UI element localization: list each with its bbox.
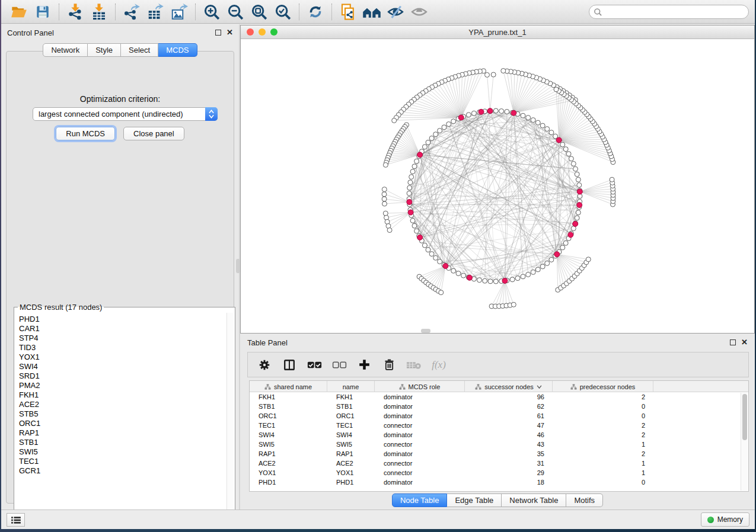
- cell-shared-name: SWI5: [250, 440, 327, 449]
- mcds-result-title: MCDS result (17 nodes): [18, 303, 104, 312]
- mcds-result-item[interactable]: YOX1: [19, 352, 223, 362]
- zoom-out-button[interactable]: [224, 2, 247, 22]
- export-image-icon: [170, 3, 188, 21]
- import-table-button[interactable]: [87, 2, 111, 22]
- create-new-column-button[interactable]: [355, 355, 374, 374]
- column-header-name[interactable]: name: [327, 381, 375, 392]
- float-panel-icon[interactable]: [730, 339, 736, 345]
- hide-graphics-details-button[interactable]: [384, 2, 407, 22]
- show-columns-button[interactable]: [280, 355, 299, 374]
- mcds-result-item[interactable]: CAR1: [19, 324, 223, 334]
- tab-mcds[interactable]: MCDS: [158, 43, 197, 57]
- run-mcds-button[interactable]: Run MCDS: [56, 127, 115, 140]
- table-row[interactable]: ORC1ORC1dominator610: [250, 411, 748, 421]
- mcds-result-item[interactable]: SWI5: [19, 447, 223, 457]
- mcds-result-item[interactable]: SRD1: [19, 371, 223, 381]
- table-settings-button[interactable]: [255, 355, 274, 374]
- delete-table-button[interactable]: [404, 355, 423, 374]
- mcds-result-item[interactable]: STB1: [19, 438, 223, 447]
- table-scrollbar-thumb[interactable]: [742, 394, 747, 440]
- mcds-result-item[interactable]: STB5: [19, 409, 223, 419]
- zoom-in-button[interactable]: [200, 2, 224, 22]
- new-network-from-selection-icon: [339, 3, 357, 21]
- table-row[interactable]: SWI4SWI4dominator462: [250, 430, 748, 440]
- function-fx-icon: f(x): [432, 359, 446, 371]
- first-neighbors-button[interactable]: [360, 2, 384, 22]
- mcds-result-item[interactable]: ORC1: [19, 419, 223, 428]
- deselect-all-rows-button[interactable]: [330, 355, 349, 374]
- mcds-result-item[interactable]: PHD1: [19, 315, 223, 324]
- float-panel-icon[interactable]: [215, 30, 221, 36]
- cell-predecessor-nodes: 1: [553, 459, 653, 468]
- import-network-button[interactable]: [63, 2, 87, 22]
- cell-successor-nodes: 61: [465, 411, 553, 421]
- delete-table-icon: [406, 360, 422, 370]
- column-header-MCDS-role[interactable]: MCDS role: [375, 381, 465, 392]
- mcds-result-item[interactable]: TID3: [19, 343, 223, 352]
- new-network-from-selection-button[interactable]: [336, 2, 360, 22]
- memory-label: Memory: [717, 515, 743, 524]
- apply-layout-button[interactable]: [304, 2, 327, 22]
- export-image-button[interactable]: [167, 2, 191, 22]
- column-header-shared-name[interactable]: shared name: [250, 381, 327, 392]
- table-panel-title: Table Panel: [247, 338, 288, 347]
- column-header-predecessor-nodes[interactable]: predecessor nodes: [553, 381, 653, 392]
- open-file-button[interactable]: [7, 2, 31, 22]
- column-network-icon: [399, 384, 406, 390]
- mcds-result-item[interactable]: PMA2: [19, 381, 223, 390]
- table-row[interactable]: FKH1FKH1dominator962: [250, 392, 748, 402]
- mcds-result-item[interactable]: GCR1: [19, 466, 223, 476]
- mcds-result-item[interactable]: STP4: [19, 334, 223, 343]
- tab-motifs[interactable]: Motifs: [566, 493, 603, 507]
- table-row[interactable]: ACE2ACE2connector311: [250, 459, 748, 468]
- delete-column-button[interactable]: [379, 355, 398, 374]
- search-input[interactable]: [605, 8, 735, 16]
- zoom-out-icon: [227, 3, 244, 21]
- table-scrollbar[interactable]: [741, 393, 748, 491]
- save-session-button[interactable]: [31, 2, 55, 22]
- mcds-result-item[interactable]: FKH1: [19, 390, 223, 400]
- mcds-result-scrollbar[interactable]: [227, 313, 234, 523]
- zoom-fit-button[interactable]: [247, 2, 271, 22]
- optimization-criterion-select[interactable]: largest connected component (undirected): [33, 107, 218, 121]
- select-all-rows-button[interactable]: [305, 355, 324, 374]
- mcds-result-list[interactable]: PHD1CAR1STP4TID3YOX1SWI4SRD1PMA2FKH1ACE2…: [15, 313, 227, 523]
- main-toolbar: [1, 0, 755, 24]
- table-row[interactable]: RAP1RAP1dominator352: [250, 449, 748, 459]
- splitter-handle-horizontal[interactable]: [421, 329, 430, 333]
- close-panel-icon[interactable]: ✕: [227, 30, 233, 36]
- close-panel-button[interactable]: Close panel: [123, 127, 184, 140]
- table-row[interactable]: YOX1YOX1connector291: [250, 468, 748, 477]
- function-builder-button[interactable]: f(x): [429, 355, 448, 374]
- mcds-result-item[interactable]: RAP1: [19, 428, 223, 438]
- cell-name: YOX1: [327, 468, 375, 477]
- table-row[interactable]: STB1STB1dominator620: [250, 402, 748, 411]
- network-canvas[interactable]: [241, 39, 754, 333]
- close-panel-icon[interactable]: ✕: [741, 339, 748, 345]
- tab-select[interactable]: Select: [121, 43, 158, 57]
- status-bar: Memory: [1, 509, 755, 529]
- export-network-button[interactable]: [120, 2, 143, 22]
- tab-network-table[interactable]: Network Table: [502, 493, 566, 507]
- table-row[interactable]: SWI5SWI5connector431: [250, 440, 748, 449]
- status-menu-button[interactable]: [7, 513, 25, 527]
- memory-button[interactable]: Memory: [701, 512, 749, 527]
- mcds-result-item[interactable]: SWI4: [19, 362, 223, 371]
- tab-edge-table[interactable]: Edge Table: [447, 493, 502, 507]
- table-row[interactable]: TEC1TEC1connector472: [250, 421, 748, 430]
- export-table-button[interactable]: [143, 2, 167, 22]
- column-header-successor-nodes[interactable]: successor nodes: [465, 381, 553, 392]
- zoom-selected-button[interactable]: [271, 2, 295, 22]
- tab-style[interactable]: Style: [88, 43, 121, 57]
- search-field[interactable]: [589, 5, 749, 19]
- mcds-result-item[interactable]: ACE2: [19, 400, 223, 409]
- table-row[interactable]: PHD1PHD1dominator180: [250, 477, 748, 487]
- toolbar-separator: [59, 4, 59, 20]
- show-graphics-details-button[interactable]: [407, 2, 431, 22]
- mcds-result-item[interactable]: TEC1: [19, 457, 223, 466]
- tab-node-table[interactable]: Node Table: [392, 493, 448, 507]
- optimization-criterion-label: Optimization criterion:: [7, 94, 234, 104]
- tab-network[interactable]: Network: [43, 43, 88, 57]
- toolbar-separator: [331, 4, 332, 20]
- splitter-handle[interactable]: [236, 259, 240, 273]
